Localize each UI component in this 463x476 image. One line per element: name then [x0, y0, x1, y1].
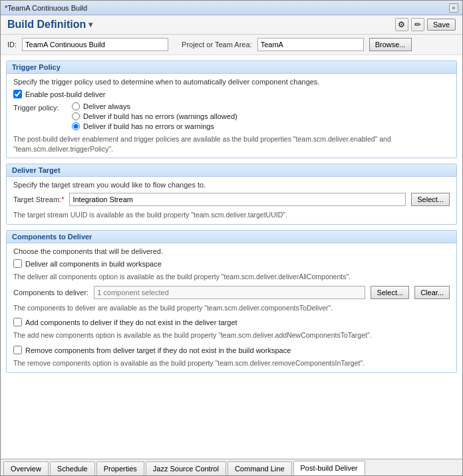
- add-components-checkbox[interactable]: [13, 318, 22, 326]
- deliver-all-checkbox[interactable]: [13, 259, 22, 268]
- radio-deliver-always[interactable]: [72, 102, 80, 110]
- settings-icon-button[interactable]: ⚙: [395, 18, 408, 31]
- radio-row-2: Deliver if build has no errors (warnings…: [72, 112, 237, 120]
- browse-button[interactable]: Browse...: [369, 38, 412, 51]
- tab-bar: OverviewSchedulePropertiesJazz Source Co…: [1, 459, 462, 475]
- enable-postbuild-row: Enable post-build deliver: [13, 90, 450, 98]
- id-label: ID:: [7, 41, 17, 49]
- required-marker: *: [61, 195, 64, 203]
- components-hint: The components to deliver are available …: [13, 303, 450, 313]
- enable-postbuild-checkbox[interactable]: [13, 90, 22, 98]
- radio-no-errors-warnings[interactable]: [72, 122, 80, 130]
- components-input[interactable]: [94, 286, 365, 299]
- components-to-deliver-label: Components to deliver:: [13, 289, 88, 297]
- id-input[interactable]: [22, 38, 168, 51]
- page-header: Build Definition ▾ ⚙ ✏ Save: [1, 15, 462, 35]
- remove-components-row: Remove components from deliver target if…: [13, 346, 450, 354]
- tab-overview[interactable]: Overview: [3, 461, 49, 475]
- components-select-button[interactable]: Select...: [371, 286, 409, 299]
- trigger-policy-desc: Specify the trigger policy used to deter…: [13, 78, 450, 86]
- tab-post-build-deliver[interactable]: Post-build Deliver: [293, 461, 365, 475]
- add-components-row: Add components to deliver if they do not…: [13, 318, 450, 326]
- deliver-all-hint: The deliver all components option is ava…: [13, 272, 450, 282]
- window-title: *TeamA Continuous Build: [5, 4, 445, 12]
- save-button[interactable]: Save: [427, 19, 456, 31]
- title-dropdown-arrow[interactable]: ▾: [88, 20, 92, 29]
- trigger-policy-section: Trigger Policy Specify the trigger polic…: [6, 60, 457, 158]
- target-stream-input[interactable]: [69, 193, 406, 206]
- radio-options: Deliver always Deliver if build has no e…: [72, 102, 237, 130]
- target-stream-label: Target Stream:*: [13, 195, 64, 203]
- deliver-target-body: Specify the target stream you would like…: [7, 177, 456, 224]
- header-actions: ⚙ ✏ Save: [395, 18, 456, 31]
- components-title: Components to Deliver: [12, 233, 92, 241]
- components-body: Choose the components that will be deliv…: [7, 243, 456, 372]
- radio-row-3: Deliver if build has no errors or warnin…: [72, 122, 237, 130]
- tab-jazz-source-control[interactable]: Jazz Source Control: [146, 461, 226, 475]
- add-components-hint: The add new components option is availab…: [13, 330, 450, 340]
- trigger-policy-header: Trigger Policy: [7, 61, 456, 74]
- deliver-target-header: Deliver Target: [7, 164, 456, 177]
- trigger-policy-hint: The post-build deliver enablement and tr…: [13, 134, 450, 154]
- title-bar: *TeamA Continuous Build ×: [1, 1, 462, 15]
- add-components-label: Add components to deliver if they do not…: [25, 318, 237, 326]
- trigger-policy-body: Specify the trigger policy used to deter…: [7, 74, 456, 158]
- target-stream-select-button[interactable]: Select...: [411, 193, 450, 206]
- trigger-policy-title: Trigger Policy: [12, 63, 61, 71]
- trigger-policy-options-row: Trigger policy: Deliver always Deliver i…: [13, 102, 450, 130]
- radio-deliver-always-label: Deliver always: [83, 102, 130, 110]
- radio-no-errors-warnings-label: Deliver if build has no errors or warnin…: [83, 122, 214, 130]
- remove-components-hint: The remove components option is availabl…: [13, 358, 450, 368]
- edit-icon-button[interactable]: ✏: [411, 18, 424, 31]
- radio-no-errors-label: Deliver if build has no errors (warnings…: [83, 112, 237, 120]
- components-to-deliver-row: Components to deliver: Select... Clear..…: [13, 286, 450, 299]
- radio-no-errors[interactable]: [72, 112, 80, 120]
- deliver-all-row: Deliver all components in build workspac…: [13, 259, 450, 268]
- page-title-container: Build Definition ▾: [7, 19, 92, 31]
- components-desc: Choose the components that will be deliv…: [13, 247, 450, 255]
- deliver-target-desc: Specify the target stream you would like…: [13, 181, 450, 189]
- components-section: Components to Deliver Choose the compone…: [6, 230, 457, 373]
- remove-components-label: Remove components from deliver target if…: [25, 346, 291, 354]
- components-header: Components to Deliver: [7, 231, 456, 243]
- page-title: Build Definition: [7, 19, 86, 31]
- main-window: *TeamA Continuous Build × Build Definiti…: [0, 0, 463, 476]
- tab-command-line[interactable]: Command Line: [228, 461, 292, 475]
- trigger-policy-label: Trigger policy:: [13, 104, 67, 112]
- enable-postbuild-label: Enable post-build deliver: [25, 90, 105, 98]
- tab-schedule[interactable]: Schedule: [50, 461, 95, 475]
- remove-components-checkbox[interactable]: [13, 346, 22, 354]
- project-label: Project or Team Area:: [182, 41, 252, 49]
- deliver-target-title: Deliver Target: [12, 166, 61, 174]
- close-button[interactable]: ×: [449, 3, 458, 13]
- deliver-target-section: Deliver Target Specify the target stream…: [6, 164, 457, 225]
- project-input[interactable]: [257, 38, 364, 51]
- components-clear-button[interactable]: Clear...: [414, 286, 450, 299]
- main-content: Trigger Policy Specify the trigger polic…: [1, 55, 462, 459]
- target-stream-row: Target Stream:* Select...: [13, 193, 450, 206]
- tab-properties[interactable]: Properties: [96, 461, 144, 475]
- deliver-all-label: Deliver all components in build workspac…: [25, 260, 162, 268]
- id-row: ID: Project or Team Area: Browse...: [1, 35, 462, 55]
- deliver-target-hint: The target stream UUID is available as t…: [13, 210, 450, 220]
- radio-row-1: Deliver always: [72, 102, 237, 110]
